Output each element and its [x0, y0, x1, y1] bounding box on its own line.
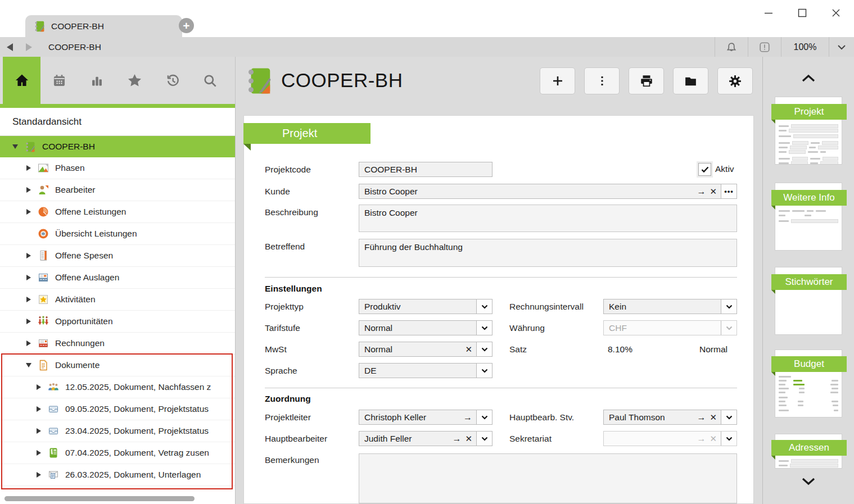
minimize-button[interactable]	[761, 6, 776, 20]
chevron-down-icon[interactable]	[721, 432, 736, 446]
page-tab-fold	[771, 290, 775, 294]
chevron-right-icon[interactable]	[35, 428, 43, 434]
tree-item-bearbeiter[interactable]: Bearbeiter	[0, 179, 235, 201]
chevron-right-icon[interactable]	[25, 253, 33, 258]
tab-history[interactable]	[153, 57, 191, 104]
tab-favorites[interactable]	[116, 57, 153, 104]
print-button[interactable]	[629, 67, 664, 94]
page-tab-budget[interactable]: Budget	[771, 356, 847, 372]
mwst-dropdown[interactable]: Normal ✕	[359, 342, 492, 357]
chevron-right-icon[interactable]	[35, 450, 43, 456]
chevron-down-icon[interactable]	[476, 321, 492, 335]
folder-button[interactable]	[673, 67, 708, 94]
chevron-down-icon[interactable]	[25, 363, 33, 367]
settings-button[interactable]	[717, 67, 753, 94]
chevron-down-icon[interactable]	[476, 432, 492, 446]
goto-icon[interactable]: →	[697, 412, 706, 423]
view-name: Standardansicht	[12, 116, 82, 128]
tab-calendar[interactable]	[40, 57, 78, 104]
sprache-dropdown[interactable]: DE	[359, 363, 492, 378]
tree-item-offene-spesen[interactable]: Offene Spesen	[0, 245, 235, 267]
page-tab-weitere-info[interactable]: Weitere Info	[771, 190, 847, 206]
add-button[interactable]	[540, 67, 575, 94]
chevron-right-icon[interactable]	[25, 297, 33, 302]
scroll-down-button[interactable]	[763, 477, 854, 485]
clear-icon[interactable]: ✕	[465, 434, 472, 444]
goto-icon[interactable]: →	[452, 434, 461, 444]
document-tab[interactable]: COOPER-BH	[25, 15, 182, 37]
kunde-input[interactable]: Bistro Cooper →✕ •••	[359, 184, 737, 199]
tree-item-root[interactable]: COOPER-BH	[0, 136, 235, 157]
tree-item-dokument-5[interactable]: 26.03.2025, Dokument, Unterlagen	[0, 464, 235, 486]
rechnungsintervall-dropdown[interactable]: Kein	[603, 299, 737, 314]
sekretariat-dropdown[interactable]: →✕	[603, 431, 737, 446]
hauptbearbeiter-dropdown[interactable]: Judith Feller →✕	[359, 431, 492, 446]
chevron-right-icon[interactable]	[25, 319, 33, 324]
chevron-right-icon[interactable]	[35, 472, 43, 478]
tree-item-dokument-1[interactable]: 12.05.2025, Dokument, Nachfassen z	[0, 376, 235, 398]
zoom-level[interactable]: 100%	[781, 37, 829, 57]
maximize-button[interactable]	[794, 6, 810, 20]
tree-item-dokumente[interactable]: Dokumente	[0, 355, 235, 376]
scroll-up-button[interactable]	[763, 74, 854, 83]
more-actions-button[interactable]	[584, 67, 620, 94]
chevron-right-icon[interactable]	[35, 384, 43, 390]
more-icon[interactable]: •••	[721, 184, 736, 198]
printer-icon	[639, 74, 654, 88]
tree-item-dokument-3[interactable]: 23.04.2025, Dokument, Projektstatus	[0, 420, 235, 442]
projektcode-input[interactable]: COOPER-BH	[359, 162, 492, 177]
hauptbearb-stv-dropdown[interactable]: Paul Thomson →✕	[603, 410, 737, 425]
chevron-down-icon[interactable]	[476, 299, 492, 314]
projekttyp-dropdown[interactable]: Produktiv	[359, 299, 492, 314]
close-button[interactable]	[828, 6, 844, 20]
bar-chart-icon	[89, 73, 105, 88]
projekttyp-label: Projekttyp	[265, 299, 304, 314]
chevron-down-icon[interactable]	[476, 410, 492, 424]
tree-item-phasen[interactable]: Phasen	[0, 157, 235, 179]
tree-item-rechnungen[interactable]: Rechnungen	[0, 333, 235, 355]
betreffend-textarea[interactable]: Führung der Buchhaltung	[359, 239, 737, 267]
horizontal-scrollbar[interactable]	[4, 496, 195, 501]
projektleiter-dropdown[interactable]: Christoph Keller →	[359, 410, 492, 425]
tree-item-offene-auslagen[interactable]: Offene Auslagen	[0, 267, 235, 289]
tree-item-dokument-4[interactable]: 07.04.2025, Dokument, Vetrag zusen	[0, 442, 235, 464]
chevron-down-icon[interactable]	[476, 342, 492, 356]
chevron-right-icon[interactable]	[25, 165, 33, 171]
page-tab-projekt[interactable]: Projekt	[771, 104, 847, 120]
tree-item-uebersicht-leistungen[interactable]: Übersicht Leistungen	[0, 223, 235, 245]
page-tab-adressen[interactable]: Adressen	[771, 440, 847, 456]
page-tab-stichwoerter[interactable]: Stichwörter	[771, 274, 847, 290]
view-selector[interactable]: Standardansicht	[0, 108, 235, 136]
beschreibung-textarea[interactable]: Bistro Cooper	[359, 205, 737, 232]
tree-item-offene-leistungen[interactable]: Offene Leistungen	[0, 201, 235, 223]
new-tab-button[interactable]: +	[179, 18, 194, 33]
clear-icon[interactable]: ✕	[710, 187, 717, 197]
tab-search[interactable]	[191, 57, 229, 104]
clear-icon[interactable]: ✕	[465, 344, 472, 355]
chevron-down-icon[interactable]	[476, 364, 492, 378]
chevron-right-icon[interactable]	[25, 209, 33, 215]
chevron-right-icon[interactable]	[35, 406, 43, 412]
chevron-right-icon[interactable]	[25, 187, 33, 193]
chevron-down-icon[interactable]	[11, 144, 19, 149]
chevron-down-icon[interactable]	[721, 299, 736, 314]
notifications-button[interactable]	[715, 37, 748, 57]
aktiv-checkbox[interactable]	[698, 163, 711, 176]
clear-icon[interactable]: ✕	[710, 412, 717, 423]
forward-button[interactable]	[19, 43, 38, 51]
chevron-down-icon[interactable]	[721, 410, 736, 424]
tree-item-dokument-2[interactable]: 09.05.2025, Dokument, Projektstatus	[0, 398, 235, 420]
alerts-button[interactable]	[748, 37, 781, 57]
back-button[interactable]	[0, 43, 19, 51]
tree-item-aktivitaeten[interactable]: Aktivitäten	[0, 289, 235, 311]
tree-item-opportunitaeten[interactable]: Opportunitäten	[0, 311, 235, 333]
chevron-right-icon[interactable]	[25, 340, 33, 346]
tarifstufe-dropdown[interactable]: Normal	[359, 320, 492, 335]
tab-home[interactable]	[3, 57, 40, 104]
bemerkungen-textarea[interactable]	[359, 453, 737, 503]
zoom-dropdown-button[interactable]	[829, 37, 854, 57]
goto-icon[interactable]: →	[463, 412, 472, 423]
tab-reports[interactable]	[78, 57, 116, 104]
chevron-right-icon[interactable]	[25, 275, 33, 280]
goto-icon[interactable]: →	[697, 187, 706, 197]
